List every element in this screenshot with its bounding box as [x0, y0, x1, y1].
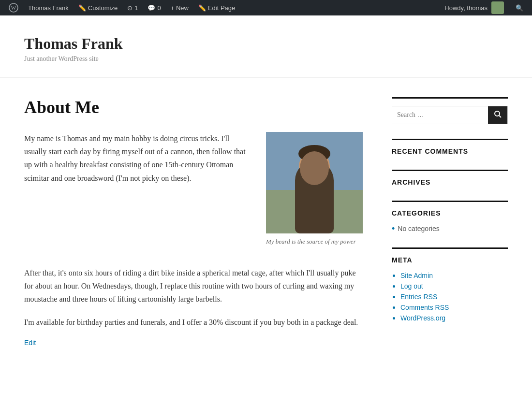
svg-point-19 [495, 111, 500, 116]
search-widget [392, 97, 508, 124]
archives-widget: ARCHIVES [392, 170, 508, 186]
svg-point-12 [308, 164, 310, 166]
site-header: Thomas Frank Just another WordPress site [0, 15, 532, 78]
reader-icon: ⊙ [127, 4, 133, 12]
svg-line-17 [300, 183, 302, 209]
search-toggle-button[interactable]: 🔍 [511, 0, 528, 15]
svg-text:W: W [11, 5, 16, 11]
reader-count: 1 [134, 4, 138, 12]
page-content: My name is Thomas and my main hobby is d… [24, 132, 363, 329]
list-item: Comments RSS [400, 303, 508, 312]
search-button[interactable] [488, 106, 507, 124]
site-name-button[interactable]: Thomas Frank [23, 0, 74, 15]
customize-label: Customize [88, 4, 118, 12]
admin-bar: W Thomas Frank ✏️ Customize ⊙ 1 💬 0 + Ne… [0, 0, 532, 15]
text-part: My name is Thomas and my main hobby is d… [24, 132, 251, 257]
svg-marker-5 [311, 184, 317, 204]
archives-title: ARCHIVES [392, 178, 508, 186]
svg-rect-18 [317, 200, 326, 207]
meta-widget: META Site Admin Log out Entries RSS Comm… [392, 247, 508, 322]
svg-point-13 [320, 164, 322, 166]
svg-line-20 [499, 116, 501, 117]
wordpress-org-link[interactable]: WordPress.org [400, 314, 445, 322]
svg-point-8 [298, 145, 330, 162]
edit-page-button[interactable]: ✏️ Edit Page [193, 0, 240, 15]
log-out-link[interactable]: Log out [400, 282, 423, 290]
list-item: Log out [400, 282, 508, 290]
bullet-icon: • [392, 224, 395, 233]
recent-comments-widget: RECENT COMMENTS [392, 139, 508, 155]
list-item: WordPress.org [400, 314, 508, 322]
edit-page-label: Edit Page [208, 4, 235, 12]
search-input[interactable] [392, 106, 488, 124]
howdy-label: Howdy, thomas [444, 4, 488, 12]
image-part: My beard is the source of my power [266, 132, 363, 257]
paragraph-1: My name is Thomas and my main hobby is d… [24, 132, 251, 185]
categories-divider [392, 201, 508, 202]
svg-point-9 [302, 170, 326, 181]
archives-divider [392, 170, 508, 171]
svg-rect-4 [300, 180, 329, 233]
customize-button[interactable]: ✏️ Customize [74, 0, 122, 15]
reader-button[interactable]: ⊙ 1 [122, 0, 143, 15]
comments-button[interactable]: 💬 0 [143, 0, 165, 15]
svg-rect-15 [316, 162, 324, 168]
recent-comments-title: RECENT COMMENTS [392, 147, 508, 155]
site-title: Thomas Frank [24, 35, 508, 53]
sidebar: RECENT COMMENTS ARCHIVES CATEGORIES • No… [392, 97, 508, 347]
content-with-image: My name is Thomas and my main hobby is d… [24, 132, 363, 257]
image-caption: My beard is the source of my power [266, 236, 363, 247]
comments-rss-link[interactable]: Comments RSS [400, 304, 449, 311]
comments-count: 0 [157, 4, 161, 12]
svg-rect-3 [266, 190, 363, 233]
search-divider [392, 97, 508, 99]
svg-rect-6 [309, 173, 320, 183]
svg-point-11 [318, 163, 322, 167]
entries-rss-link[interactable]: Entries RSS [400, 293, 437, 301]
site-admin-link[interactable]: Site Admin [400, 272, 433, 279]
howdy-menu[interactable]: Howdy, thomas [440, 0, 509, 15]
categories-widget: CATEGORIES • No categories [392, 201, 508, 233]
site-wrapper: Thomas Frank Just another WordPress site… [0, 15, 532, 406]
content-area: About Me My name is Thomas and my main h… [24, 97, 363, 347]
edit-icon: ✏️ [198, 4, 206, 12]
wp-logo-button[interactable]: W [4, 0, 23, 15]
search-icon: 🔍 [516, 4, 523, 12]
page-title: About Me [24, 97, 363, 117]
no-categories: • No categories [392, 224, 508, 233]
comments-icon: 💬 [148, 4, 155, 12]
edit-link[interactable]: Edit [24, 339, 36, 347]
new-label: + New [171, 4, 189, 12]
no-categories-label: No categories [398, 225, 439, 232]
search-form [392, 106, 508, 124]
customize-icon: ✏️ [78, 4, 86, 12]
new-content-button[interactable]: + New [166, 0, 193, 15]
site-name-label: Thomas Frank [28, 4, 69, 12]
site-description: Just another WordPress site [24, 55, 508, 63]
svg-rect-14 [305, 162, 312, 168]
list-item: Entries RSS [400, 292, 508, 301]
paragraph-2: After that, it's onto six hours of ridin… [24, 266, 363, 306]
meta-list: Site Admin Log out Entries RSS Comments … [392, 271, 508, 322]
meta-title: META [392, 256, 508, 264]
list-item: Site Admin [400, 271, 508, 280]
paragraph-3: I'm available for birthday parties and f… [24, 316, 363, 329]
meta-divider [392, 247, 508, 249]
site-main: About Me My name is Thomas and my main h… [0, 78, 532, 366]
svg-point-10 [307, 163, 310, 167]
recent-comments-divider [392, 139, 508, 140]
search-submit-icon [494, 110, 502, 118]
categories-title: CATEGORIES [392, 209, 508, 217]
profile-photo [266, 132, 363, 233]
avatar [491, 1, 504, 14]
